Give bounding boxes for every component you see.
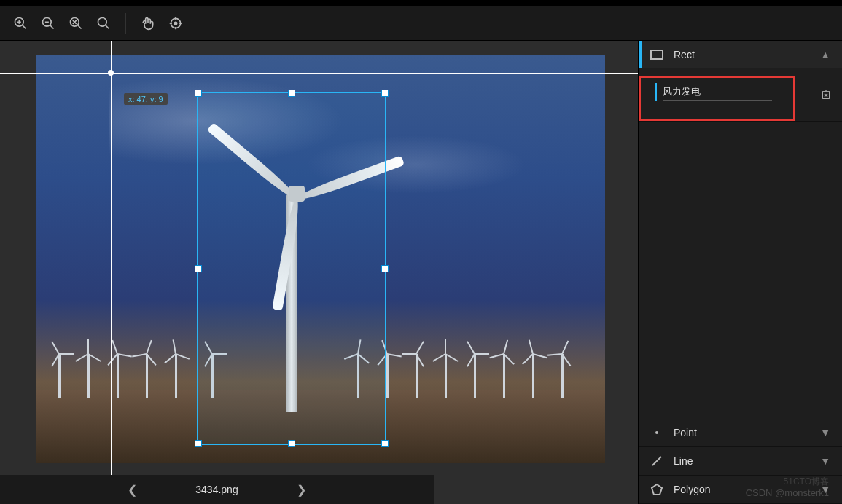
tool-line-label: Line (674, 455, 693, 467)
zoom-fit-button[interactable] (95, 15, 112, 32)
svg-rect-19 (651, 50, 663, 59)
zoom-reset-button[interactable] (67, 15, 85, 32)
delete-label-button[interactable] (820, 89, 832, 103)
svg-marker-27 (652, 484, 662, 495)
next-image-button[interactable]: ❯ (297, 483, 306, 497)
tool-polygon-label: Polygon (674, 484, 711, 495)
svg-line-12 (106, 25, 109, 28)
svg-line-5 (50, 25, 54, 28)
svg-line-26 (652, 457, 661, 465)
svg-point-11 (98, 17, 107, 26)
svg-line-1 (23, 25, 26, 28)
polygon-icon (650, 483, 663, 496)
guide-vertical (111, 41, 112, 504)
prev-image-button[interactable]: ❮ (128, 483, 137, 497)
header (0, 0, 842, 6)
zoom-out-button[interactable] (39, 15, 57, 32)
selection-box[interactable] (197, 92, 386, 445)
svg-point-14 (174, 22, 176, 24)
sidebar: Rect ▲ Point (638, 41, 842, 504)
tool-line-header[interactable]: Line ▼ (639, 447, 842, 475)
chevron-up-icon: ▲ (820, 49, 830, 60)
resize-handle-nw[interactable] (195, 90, 202, 97)
label-editor (649, 76, 832, 108)
toolbar (0, 6, 842, 41)
watermark: CSDN @monsterk1 (746, 487, 829, 498)
resize-handle-se[interactable] (381, 440, 389, 447)
resize-handle-ne[interactable] (381, 90, 389, 97)
zoom-in-button[interactable] (12, 15, 29, 32)
pan-tool-button[interactable] (139, 15, 157, 32)
svg-line-8 (78, 25, 82, 28)
resize-handle-w[interactable] (195, 265, 202, 272)
chevron-down-icon: ▼ (820, 427, 830, 438)
filename-label: 3434.png (195, 484, 238, 495)
watermark-secondary: 51CTO博客 (784, 476, 829, 488)
resize-handle-e[interactable] (381, 265, 389, 272)
label-name-input[interactable] (663, 83, 772, 101)
tool-point-label: Point (674, 427, 697, 438)
guide-intersection (108, 70, 114, 76)
line-icon (650, 454, 663, 468)
chevron-down-icon: ▼ (820, 455, 830, 467)
canvas-area[interactable]: x: 47, y: 9 ❮ 3434.png ❯ (0, 41, 638, 504)
resize-handle-n[interactable] (288, 90, 295, 97)
crosshair-tool-button[interactable] (167, 15, 184, 32)
tool-rect-label: Rect (674, 49, 695, 60)
rect-icon (650, 48, 663, 61)
coordinate-tooltip: x: 47, y: 9 (124, 93, 168, 105)
tool-point-header[interactable]: Point ▼ (639, 419, 842, 446)
tool-rect-header[interactable]: Rect ▲ (639, 41, 842, 68)
resize-handle-sw[interactable] (195, 440, 202, 447)
bottom-bar: ❮ 3434.png ❯ (0, 475, 434, 504)
point-icon (650, 426, 663, 439)
resize-handle-s[interactable] (288, 440, 295, 447)
guide-horizontal (0, 73, 638, 74)
svg-point-25 (655, 431, 658, 434)
